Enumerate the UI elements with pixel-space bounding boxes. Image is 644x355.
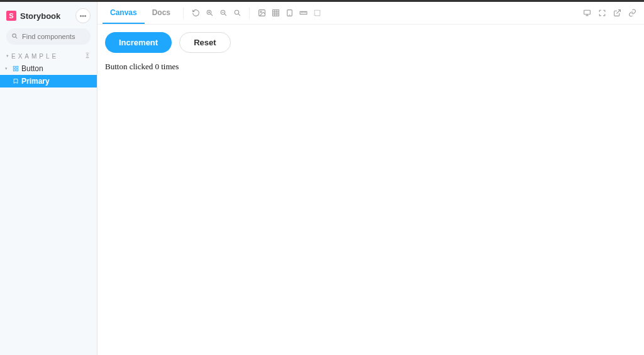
fullscreen-button[interactable] (595, 6, 609, 20)
storybook-logo-icon: S (6, 11, 16, 21)
search-input[interactable] (22, 33, 109, 40)
preview-button-row: Increment Reset (105, 32, 636, 53)
ruler-icon (299, 9, 308, 17)
svg-rect-5 (16, 69, 18, 71)
svg-line-14 (238, 14, 240, 16)
copy-link-button[interactable] (625, 6, 639, 20)
tab-docs[interactable]: Docs (145, 2, 178, 24)
svg-rect-29 (314, 10, 320, 16)
tree-component-label: Button (21, 64, 43, 73)
fullscreen-icon (598, 9, 606, 17)
section-label-text: EXAMPLE (11, 53, 58, 60)
chevron-down-icon: ▾ (5, 66, 10, 71)
eject-button[interactable] (580, 6, 594, 20)
toolbar-right (580, 6, 639, 20)
sidebar-header: S Storybook ••• (0, 2, 97, 28)
outline-button[interactable] (310, 6, 324, 20)
brand[interactable]: S Storybook (6, 11, 60, 21)
increment-button[interactable]: Increment (105, 32, 172, 53)
sidebar-menu-button[interactable]: ••• (75, 8, 91, 23)
toolbar: Canvas Docs (97, 2, 644, 25)
background-button[interactable] (255, 6, 269, 20)
open-new-tab-button[interactable] (610, 6, 624, 20)
zoom-in-icon (206, 9, 214, 17)
search-icon (11, 31, 18, 42)
svg-point-16 (260, 11, 261, 13)
outline-icon (313, 9, 321, 17)
refresh-icon (192, 9, 200, 17)
svg-line-11 (225, 14, 226, 16)
remount-button[interactable] (189, 6, 203, 20)
zoom-reset-icon (233, 9, 242, 17)
svg-rect-17 (272, 10, 279, 16)
search-wrapper: / (0, 28, 97, 50)
zoom-out-icon (219, 9, 228, 17)
collapse-icon[interactable] (84, 52, 91, 60)
svg-point-0 (13, 34, 16, 38)
link-icon (628, 9, 636, 17)
tabs: Canvas Docs (103, 2, 178, 24)
zoom-in-button[interactable] (203, 6, 216, 20)
reset-button[interactable]: Reset (179, 32, 230, 53)
svg-point-13 (235, 10, 239, 14)
sidebar: S Storybook ••• / ▾ EXAMPLE (0, 2, 97, 355)
toolbar-left: Canvas Docs (103, 2, 324, 24)
svg-rect-30 (584, 10, 590, 14)
zoom-reset-button[interactable] (230, 6, 244, 20)
tree-story-primary[interactable]: Primary (0, 75, 97, 87)
preview-canvas: Increment Reset Button clicked 0 times (97, 25, 644, 355)
divider (183, 8, 184, 19)
tree-component-button[interactable]: ▾ Button (0, 62, 97, 75)
chevron-down-icon: ▾ (6, 54, 9, 59)
divider (249, 8, 250, 19)
story-tree: ▾ Button Primary (0, 62, 97, 87)
brand-title: Storybook (20, 11, 60, 21)
main-panel: Canvas Docs (97, 2, 644, 355)
viewport-button[interactable] (282, 6, 296, 20)
story-icon (13, 78, 19, 84)
sidebar-section[interactable]: ▾ EXAMPLE (0, 50, 97, 62)
component-icon (13, 65, 19, 72)
monitor-icon (583, 9, 591, 17)
zoom-out-button[interactable] (216, 6, 230, 20)
tree-story-label: Primary (21, 77, 50, 86)
image-icon (258, 9, 266, 17)
tab-canvas[interactable]: Canvas (103, 2, 145, 24)
svg-rect-4 (13, 69, 15, 71)
ellipsis-icon: ••• (80, 13, 87, 20)
svg-line-1 (16, 37, 17, 38)
svg-rect-2 (13, 66, 15, 68)
grid-button[interactable] (269, 6, 282, 20)
external-link-icon (613, 9, 621, 17)
svg-line-7 (211, 14, 213, 16)
click-count-text: Button clicked 0 times (105, 62, 636, 72)
measure-button[interactable] (296, 6, 310, 20)
grid-icon (272, 9, 280, 17)
search-box[interactable]: / (6, 28, 91, 45)
tablet-icon (286, 9, 294, 17)
svg-line-33 (616, 10, 620, 14)
svg-rect-3 (16, 66, 18, 68)
